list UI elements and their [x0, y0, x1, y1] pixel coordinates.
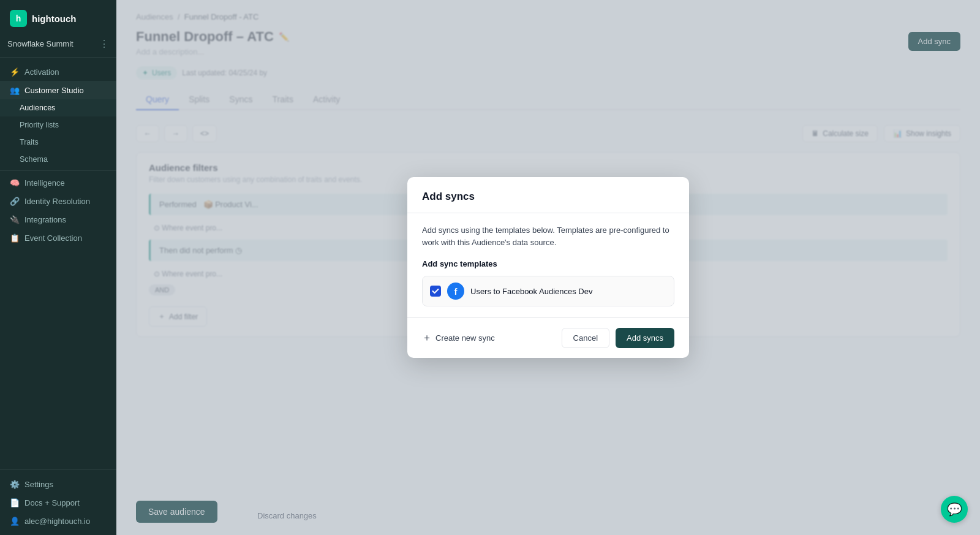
sidebar-item-priority-lists[interactable]: Priority lists: [0, 116, 116, 134]
checkmark-icon: [432, 287, 439, 295]
chat-widget[interactable]: 💬: [941, 496, 968, 523]
add-syncs-button[interactable]: Add syncs: [616, 328, 674, 348]
logo-text: hightouch: [32, 13, 76, 24]
sidebar-item-docs-support[interactable]: 📄 Docs + Support: [0, 493, 116, 512]
main-content: Audiences / Funnel Dropoff - ATC Funnel …: [116, 0, 980, 535]
sidebar-sub-label: Traits: [20, 138, 39, 146]
sidebar-sub-label: Audiences: [20, 104, 55, 112]
sidebar-item-settings[interactable]: ⚙️ Settings: [0, 475, 116, 493]
sidebar-item-activation[interactable]: ⚡ Activation: [0, 63, 116, 81]
activation-icon: ⚡: [10, 67, 20, 77]
event-collection-icon: 📋: [10, 233, 20, 243]
plus-icon: ＋: [422, 332, 432, 344]
sidebar-nav: ⚡ Activation 👥 Customer Studio Audiences…: [0, 58, 116, 252]
sidebar-logo: h hightouch: [0, 0, 116, 34]
settings-icon: ⚙️: [10, 479, 20, 489]
sidebar-item-customer-studio[interactable]: 👥 Customer Studio: [0, 81, 116, 99]
template-checkbox[interactable]: [430, 286, 441, 297]
sidebar-item-label: Activation: [24, 67, 59, 77]
sidebar-user-label: alec@hightouch.io: [24, 517, 90, 526]
modal-description: Add syncs using the templates below. Tem…: [422, 224, 674, 248]
create-new-sync-button[interactable]: ＋ Create new sync: [422, 332, 495, 344]
user-icon: 👤: [10, 516, 20, 526]
modal-title: Add syncs: [407, 177, 689, 213]
modal-overlay[interactable]: Add syncs Add syncs using the templates …: [116, 0, 980, 535]
sidebar-item-intelligence[interactable]: 🧠 Intelligence: [0, 173, 116, 192]
expand-icon[interactable]: ⋮: [99, 38, 109, 50]
sidebar-item-label: Integrations: [24, 215, 66, 224]
sidebar-item-audiences[interactable]: Audiences: [0, 99, 116, 116]
sidebar-item-label: Identity Resolution: [24, 197, 90, 206]
sidebar-bottom-label: Settings: [24, 480, 53, 489]
sidebar-item-label: Intelligence: [24, 178, 65, 188]
sidebar-bottom: ⚙️ Settings 📄 Docs + Support 👤 alec@high…: [0, 469, 116, 535]
template-name: Users to Facebook Audiences Dev: [470, 287, 592, 296]
org-name: Snowflake Summit: [7, 39, 74, 48]
sidebar-item-label: Customer Studio: [24, 86, 84, 95]
logo-icon: h: [10, 10, 27, 27]
add-syncs-modal: Add syncs Add syncs using the templates …: [407, 177, 689, 358]
sidebar-item-identity-resolution[interactable]: 🔗 Identity Resolution: [0, 192, 116, 210]
sidebar-sub-label: Priority lists: [20, 121, 59, 129]
chat-icon: 💬: [947, 502, 962, 517]
sidebar-item-traits[interactable]: Traits: [0, 134, 116, 151]
sidebar: h hightouch Snowflake Summit ⋮ ⚡ Activat…: [0, 0, 116, 535]
sidebar-item-user[interactable]: 👤 alec@hightouch.io: [0, 512, 116, 530]
create-sync-label: Create new sync: [435, 333, 495, 343]
intelligence-icon: 🧠: [10, 178, 20, 188]
sidebar-item-schema[interactable]: Schema: [0, 151, 116, 168]
identity-icon: 🔗: [10, 196, 20, 206]
sidebar-item-label: Event Collection: [24, 233, 82, 243]
cancel-button[interactable]: Cancel: [562, 328, 609, 348]
customer-studio-icon: 👥: [10, 85, 20, 95]
sidebar-sub-label: Schema: [20, 155, 48, 164]
modal-footer: ＋ Create new sync Cancel Add syncs: [407, 318, 689, 358]
org-row: Snowflake Summit ⋮: [0, 34, 116, 58]
integrations-icon: 🔌: [10, 214, 20, 224]
template-item[interactable]: f Users to Facebook Audiences Dev: [422, 276, 674, 306]
modal-actions: Cancel Add syncs: [562, 328, 674, 348]
sidebar-item-integrations[interactable]: 🔌 Integrations: [0, 210, 116, 229]
sidebar-bottom-label: Docs + Support: [24, 498, 80, 507]
templates-section-label: Add sync templates: [422, 259, 674, 268]
sidebar-item-event-collection[interactable]: 📋 Event Collection: [0, 229, 116, 247]
facebook-icon: f: [447, 283, 464, 300]
modal-body: Add syncs using the templates below. Tem…: [407, 213, 689, 317]
docs-icon: 📄: [10, 498, 20, 507]
